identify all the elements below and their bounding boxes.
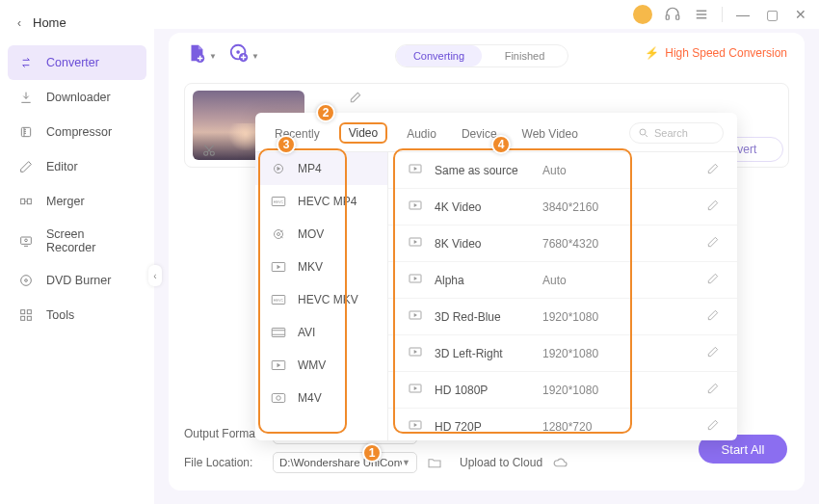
svg-marker-48 [414,277,417,280]
svg-rect-34 [272,329,285,337]
edit-name-icon[interactable] [349,91,362,108]
video-icon [408,418,425,435]
cloud-icon[interactable] [552,456,569,469]
search-icon [638,127,649,139]
open-folder-icon[interactable] [427,455,442,470]
video-icon [408,382,425,398]
user-avatar[interactable] [633,5,652,24]
format-label: MP4 [298,162,322,175]
add-dvd-button[interactable]: ▼ [228,42,251,66]
video-icon [408,235,425,252]
converter-icon [17,54,35,71]
format-item-mp4[interactable]: MP4 [255,152,387,185]
preset-name: HD 1080P [435,384,542,397]
segment-converting[interactable]: Converting [396,45,482,66]
preset-name: 3D Left-Right [435,347,542,360]
svg-marker-25 [277,167,281,172]
menu-icon[interactable] [693,6,710,23]
preset-item[interactable]: 3D Left-Right1920*1080 [388,335,737,372]
preset-item[interactable]: 3D Red-Blue1920*1080 [388,299,737,335]
segment-finished[interactable]: Finished [482,45,568,66]
format-icon: HEVC [269,194,288,209]
edit-preset-icon[interactable] [706,162,720,178]
sidebar-item-label: Merger [46,195,85,208]
svg-text:HEVC: HEVC [274,299,284,303]
format-label: MKV [298,260,323,274]
add-file-button[interactable]: ▼ [186,42,209,66]
svg-marker-42 [414,167,417,171]
downloader-icon [17,89,35,106]
edit-preset-icon[interactable] [706,382,720,398]
svg-rect-6 [21,199,25,203]
format-item-hevc-mkv[interactable]: HEVCHEVC MKV [255,283,387,316]
format-search-input[interactable]: Search [629,122,724,144]
format-icon [269,259,288,275]
svg-marker-54 [414,386,417,390]
window-minimize-button[interactable]: — [734,6,752,23]
svg-marker-38 [277,363,281,368]
svg-rect-0 [666,15,669,20]
sidebar-item-downloader[interactable]: Downloader [0,80,154,115]
annotation-marker-4: 4 [491,135,511,154]
format-item-hevc-mp4[interactable]: HEVCHEVC MP4 [255,185,387,218]
edit-preset-icon[interactable] [706,308,720,325]
preset-resolution: 1280*720 [542,420,620,434]
home-link[interactable]: ‹ Home [0,6,154,40]
preset-item[interactable]: Same as sourceAuto [388,152,737,189]
preset-name: 3D Red-Blue [435,310,542,324]
editor-icon [17,158,35,175]
preset-item[interactable]: HD 720P1280*720 [388,409,737,440]
sidebar-item-tools[interactable]: Tools [0,298,154,332]
svg-point-40 [277,396,281,401]
format-icon [269,325,288,340]
tab-video[interactable]: Video [339,122,387,144]
preset-resolution: Auto [542,164,620,177]
sidebar-item-screen-recorder[interactable]: Screen Recorder [0,219,154,263]
preset-item[interactable]: 4K Video3840*2160 [388,189,737,225]
preset-item[interactable]: AlphaAuto [388,262,737,299]
annotation-marker-1: 1 [362,443,382,463]
sidebar-item-compressor[interactable]: Compressor [0,115,154,149]
trim-tool-icon[interactable] [198,140,220,161]
edit-preset-icon[interactable] [706,418,720,435]
format-item-avi[interactable]: AVI [255,316,387,349]
preset-name: 8K Video [435,237,542,251]
preset-resolution: 1920*1080 [542,310,620,324]
sidebar-item-editor[interactable]: Editor [0,149,154,184]
tab-web-video[interactable]: Web Video [516,123,584,150]
preset-resolution: 3840*2160 [542,200,620,214]
video-icon [408,308,425,325]
sidebar-item-label: Screen Recorder [46,227,137,254]
svg-marker-56 [414,423,417,427]
home-label: Home [33,15,66,30]
sidebar-item-label: Compressor [46,125,112,139]
sidebar-collapse-handle[interactable]: ‹ [148,265,162,286]
window-close-button[interactable]: ✕ [792,6,809,23]
format-label: M4V [298,391,322,405]
support-icon[interactable] [664,6,681,23]
window-maximize-button[interactable]: ▢ [763,6,780,23]
format-item-m4v[interactable]: M4V [255,382,387,414]
edit-preset-icon[interactable] [706,199,720,215]
high-speed-conversion-link[interactable]: ⚡ High Speed Conversion [645,46,787,60]
format-item-mov[interactable]: MOV [255,218,387,251]
preset-item[interactable]: HD 1080P1920*1080 [388,372,737,409]
svg-point-18 [236,50,240,54]
preset-item[interactable]: 8K Video7680*4320 [388,225,737,262]
sidebar-item-dvd-burner[interactable]: DVD Burner [0,263,154,298]
format-item-wmv[interactable]: WMV [255,349,387,382]
tab-audio[interactable]: Audio [401,123,442,150]
preset-resolution: 1920*1080 [542,384,620,397]
compressor-icon [17,123,35,141]
edit-preset-icon[interactable] [706,345,720,361]
format-icon [269,390,288,406]
svg-rect-13 [27,310,31,314]
file-location-dropdown[interactable]: D:\Wondershare UniConverter 1 ▼ [273,452,417,473]
edit-preset-icon[interactable] [706,272,720,288]
format-label: MOV [298,227,324,241]
edit-preset-icon[interactable] [706,235,720,252]
sidebar-item-merger[interactable]: Merger [0,184,154,219]
sidebar-item-label: DVD Burner [46,274,111,287]
sidebar-item-converter[interactable]: Converter [8,45,146,80]
format-item-mkv[interactable]: MKV [255,251,387,283]
